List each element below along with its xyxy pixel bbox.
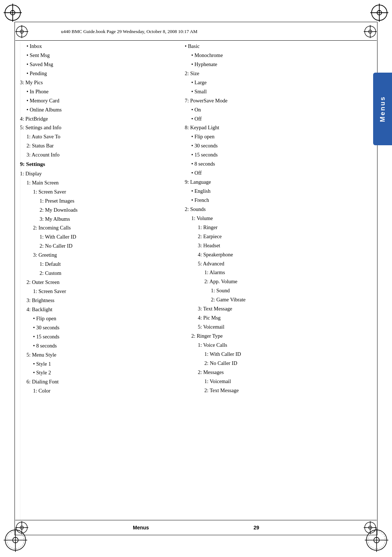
menu-item: 1: Sound	[211, 286, 356, 295]
menu-item: 5: Advanced	[198, 259, 356, 268]
menu-item: 6: Dialing Font	[26, 377, 174, 386]
menu-item: 2: Ringer Type	[191, 332, 356, 341]
menu-item: 8: Keypad Light	[185, 123, 356, 132]
menu-item: • 15 seconds	[33, 332, 174, 341]
menu-item: 1: Screen Saver	[33, 287, 174, 296]
menu-item: 1: Auto Save To	[26, 132, 174, 141]
menu-item: 3: My Pics	[20, 78, 174, 87]
sidebar-tab-label: Menus	[379, 96, 387, 122]
menu-item: • 15 seconds	[191, 150, 356, 159]
menu-item: 7: PowerSave Mode	[185, 96, 356, 105]
menu-item: • Online Albums	[26, 105, 174, 114]
page-header: u440 BMC Guide.book Page 29 Wednesday, O…	[15, 23, 377, 41]
menu-item: 1: With Caller ID	[40, 232, 174, 241]
menu-item: 1: With Caller ID	[204, 350, 356, 359]
menu-item: • In Phone	[26, 87, 174, 96]
menu-item: 1: Main Screen	[26, 178, 174, 187]
menu-item: 4: Pic Msg	[198, 313, 356, 322]
page-border-top	[15, 22, 377, 22]
menu-item: 3: My Albums	[40, 215, 174, 224]
menu-item: • Large	[191, 78, 356, 87]
menu-item: 1: Ringer	[198, 223, 356, 232]
reg-mark-top-right	[370, 4, 388, 23]
menu-item: 2: Game Vibrate	[211, 295, 356, 304]
menu-item: 1: Volume	[191, 214, 356, 223]
menu-item: 4: Backlight	[26, 305, 174, 314]
menu-item: 1: Color	[33, 386, 174, 395]
menu-item: 2: Sounds	[185, 205, 356, 214]
reg-mark-top-left	[4, 4, 22, 23]
menu-item: • Memory Card	[26, 96, 174, 105]
menu-item: • Off	[191, 114, 356, 123]
footer-section-label: Menus	[133, 525, 149, 530]
page-border-left	[15, 22, 15, 535]
menu-item: • Monochrome	[191, 51, 356, 60]
menu-item: 1: Voicemail	[204, 377, 356, 386]
menu-item: 1: Alarms	[204, 268, 356, 277]
page-footer: Menus 29	[15, 520, 377, 534]
menu-item: • Basic	[185, 42, 356, 51]
menu-item: • English	[191, 187, 356, 196]
menu-item: 2: Outer Screen	[26, 278, 174, 287]
menu-item: • Hyphenate	[191, 60, 356, 69]
menu-item: 9: Settings	[20, 159, 174, 169]
footer-page-number: 29	[253, 525, 259, 530]
menu-item: 3: Text Message	[198, 304, 356, 313]
menu-item: 2: No Caller ID	[40, 241, 174, 251]
menu-item: 2: Messages	[198, 368, 356, 377]
menu-item: 1: Preset Images	[40, 196, 174, 206]
main-content: • Inbox• Sent Msg• Saved Msg• Pending3: …	[20, 42, 356, 524]
menu-item: 2: Earpiece	[198, 232, 356, 241]
menu-item: 2: Text Message	[204, 386, 356, 395]
menu-item: • Off	[191, 168, 356, 178]
right-column: • Basic• Monochrome• Hyphenate2: Size• L…	[181, 42, 356, 524]
menu-item: 5: Settings and Info	[20, 123, 174, 132]
menu-item: 3: Greeting	[33, 251, 174, 260]
menu-item: 5: Menu Style	[26, 350, 174, 359]
menu-item: 3: Headset	[198, 241, 356, 250]
menu-item: • 8 seconds	[191, 159, 356, 168]
menu-item: 2: No Caller ID	[204, 359, 356, 368]
menu-item: 2: Incoming Calls	[33, 223, 174, 232]
menu-item: 1: Default	[40, 260, 174, 269]
header-text: u440 BMC Guide.book Page 29 Wednesday, O…	[61, 29, 197, 34]
menu-item: • On	[191, 105, 356, 114]
sidebar-tab: Menus	[373, 73, 392, 145]
menu-item: • Small	[191, 87, 356, 96]
menu-item: 1: Voice Calls	[198, 341, 356, 350]
left-column: • Inbox• Sent Msg• Saved Msg• Pending3: …	[20, 42, 181, 524]
page-border-bottom	[15, 535, 377, 535]
menu-item: • Pending	[26, 69, 174, 78]
menu-item: • Saved Msg	[26, 60, 174, 69]
menu-item: 4: PictBridge	[20, 114, 174, 123]
menu-item: 2: My Downloads	[40, 206, 174, 215]
menu-item: 2: Size	[185, 69, 356, 78]
menu-item: • 8 seconds	[33, 341, 174, 350]
menu-item: 4: Speakerphone	[198, 250, 356, 259]
menu-item: 1: Display	[20, 169, 174, 178]
menu-item: • Inbox	[26, 42, 174, 51]
menu-item: • 30 seconds	[191, 141, 356, 150]
menu-item: • French	[191, 196, 356, 205]
menu-item: 5: Voicemail	[198, 322, 356, 332]
menu-item: 3: Brightness	[26, 296, 174, 305]
menu-item: • Sent Msg	[26, 51, 174, 60]
menu-item: • Style 2	[33, 368, 174, 377]
menu-item: 2: App. Volume	[204, 277, 356, 286]
menu-item: 2: Custom	[40, 269, 174, 278]
menu-item: • Flip open	[33, 314, 174, 323]
menu-item: • 30 seconds	[33, 323, 174, 332]
menu-item: 2: Status Bar	[26, 141, 174, 150]
menu-item: 1: Screen Saver	[33, 187, 174, 196]
menu-item: • Style 1	[33, 359, 174, 369]
menu-item: 9: Language	[185, 178, 356, 187]
menu-item: 3: Account Info	[26, 150, 174, 159]
menu-item: • Flip open	[191, 132, 356, 141]
